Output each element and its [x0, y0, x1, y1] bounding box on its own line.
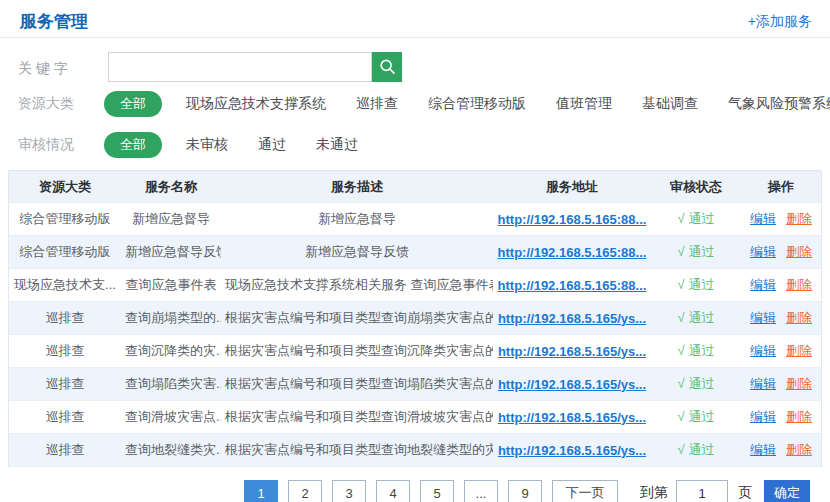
status-check-icon: √: [678, 310, 685, 325]
edit-button[interactable]: 编辑: [750, 309, 776, 327]
category-option-patrol[interactable]: 巡排查: [356, 95, 398, 113]
search-button[interactable]: [372, 52, 402, 82]
service-url-link[interactable]: http://192.168.5.165/ys...: [498, 410, 646, 425]
cell-desc: 根据灾害点编号和项目类型查询地裂缝类型的灾害...: [221, 441, 493, 459]
audit-option-unreviewed[interactable]: 未审核: [186, 136, 228, 154]
edit-button[interactable]: 编辑: [750, 243, 776, 261]
next-page-button[interactable]: 下一页: [552, 480, 618, 502]
table-row: 综合管理移动版 新增应急督导 新增应急督导 http://192.168.5.1…: [9, 203, 821, 236]
cell-category: 巡排查: [9, 441, 121, 459]
cell-desc: 根据灾害点编号和项目类型查询沉降类灾害点的详...: [221, 342, 493, 360]
audit-option-all[interactable]: 全部: [104, 132, 162, 158]
edit-button[interactable]: 编辑: [750, 408, 776, 426]
status-badge: 通过: [688, 409, 714, 424]
category-option-all[interactable]: 全部: [104, 91, 162, 117]
table-row: 巡排查 查询滑坡灾害点... 根据灾害点编号和项目类型查询滑坡坡灾害点的详...…: [9, 401, 821, 434]
delete-button[interactable]: 删除: [786, 243, 812, 261]
edit-button[interactable]: 编辑: [750, 375, 776, 393]
cell-name: 查询崩塌类型的...: [121, 309, 221, 327]
add-service-button[interactable]: +添加服务: [748, 13, 812, 31]
delete-button[interactable]: 删除: [786, 342, 812, 360]
cell-desc: 根据灾害点编号和项目类型查询塌陷类灾害点的详...: [221, 375, 493, 393]
search-input[interactable]: [108, 52, 372, 82]
category-option-duty-mgmt[interactable]: 值班管理: [556, 95, 612, 113]
cell-category: 巡排查: [9, 342, 121, 360]
edit-button[interactable]: 编辑: [750, 342, 776, 360]
cell-desc: 根据灾害点编号和项目类型查询崩塌类灾害点的详...: [221, 309, 493, 327]
table-row: 综合管理移动版 新增应急督导反馈 新增应急督导反馈 http://192.168…: [9, 236, 821, 269]
cell-category: 巡排查: [9, 309, 121, 327]
table-row: 巡排查 查询沉降类的灾... 根据灾害点编号和项目类型查询沉降类灾害点的详...…: [9, 335, 821, 368]
page-button-9[interactable]: 9: [508, 480, 542, 502]
cell-name: 查询应急事件表: [121, 276, 221, 294]
delete-button[interactable]: 删除: [786, 210, 812, 228]
col-header-ops: 操作: [741, 178, 821, 196]
page-title: 服务管理: [20, 10, 88, 33]
page-button-3[interactable]: 3: [332, 480, 366, 502]
cell-desc: 新增应急督导: [221, 210, 493, 228]
service-url-link[interactable]: http://192.168.5.165/ys...: [498, 377, 646, 392]
service-url-link[interactable]: http://192.168.5.165:88...: [498, 278, 647, 293]
page-button-1[interactable]: 1: [244, 480, 278, 502]
edit-button[interactable]: 编辑: [750, 210, 776, 228]
cell-name: 新增应急督导反馈: [121, 243, 221, 261]
service-url-link[interactable]: http://192.168.5.165/ys...: [498, 311, 646, 326]
category-option-field-emergency[interactable]: 现场应急技术支撑系统: [186, 95, 326, 113]
table-header-row: 资源大类 服务名称 服务描述 服务地址 审核状态 操作: [9, 171, 821, 203]
cell-name: 查询滑坡灾害点...: [121, 408, 221, 426]
cell-category: 巡排查: [9, 408, 121, 426]
cell-name: 查询沉降类的灾...: [121, 342, 221, 360]
page-button-4[interactable]: 4: [376, 480, 410, 502]
service-management-page: 服务管理 +添加服务 关 键 字 资源大类 全部 现场应急技术支撑系统 巡排查 …: [0, 0, 830, 502]
goto-confirm-button[interactable]: 确定: [764, 480, 810, 502]
status-check-icon: √: [678, 343, 685, 358]
delete-button[interactable]: 删除: [786, 375, 812, 393]
category-option-mobile-mgmt[interactable]: 综合管理移动版: [428, 95, 526, 113]
service-url-link[interactable]: http://192.168.5.165/ys...: [498, 344, 646, 359]
service-table: 资源大类 服务名称 服务描述 服务地址 审核状态 操作 综合管理移动版 新增应急…: [8, 170, 822, 467]
status-check-icon: √: [678, 277, 685, 292]
status-check-icon: √: [678, 244, 685, 259]
cell-name: 新增应急督导: [121, 210, 221, 228]
status-badge: 通过: [688, 442, 714, 457]
cell-desc: 根据灾害点编号和项目类型查询滑坡坡灾害点的详...: [221, 408, 493, 426]
edit-button[interactable]: 编辑: [750, 441, 776, 459]
delete-button[interactable]: 删除: [786, 408, 812, 426]
delete-button[interactable]: 删除: [786, 276, 812, 294]
cell-desc: 新增应急督导反馈: [221, 243, 493, 261]
page-button-5[interactable]: 5: [420, 480, 454, 502]
delete-button[interactable]: 删除: [786, 441, 812, 459]
col-header-status: 审核状态: [651, 178, 741, 196]
edit-button[interactable]: 编辑: [750, 276, 776, 294]
search-icon: [377, 57, 397, 77]
cell-name: 查询地裂缝类灾...: [121, 441, 221, 459]
status-check-icon: √: [678, 409, 685, 424]
status-badge: 通过: [688, 211, 714, 226]
col-header-name: 服务名称: [121, 178, 221, 196]
col-header-category: 资源大类: [9, 178, 121, 196]
audit-option-failed[interactable]: 未通过: [316, 136, 358, 154]
status-check-icon: √: [678, 211, 685, 226]
table-row: 现场应急技术支... 查询应急事件表 现场应急技术支撑系统相关服务 查询应急事件…: [9, 269, 821, 302]
page-ellipsis[interactable]: ...: [464, 480, 498, 502]
audit-option-passed[interactable]: 通过: [258, 136, 286, 154]
cell-desc: 现场应急技术支撑系统相关服务 查询应急事件表: [221, 276, 493, 294]
service-url-link[interactable]: http://192.168.5.165/ys...: [498, 443, 646, 458]
goto-page-input[interactable]: [676, 480, 728, 502]
service-url-link[interactable]: http://192.168.5.165:88...: [498, 245, 647, 260]
keyword-label: 关 键 字: [18, 60, 68, 78]
delete-button[interactable]: 删除: [786, 309, 812, 327]
col-header-url: 服务地址: [493, 178, 651, 196]
status-check-icon: √: [678, 376, 685, 391]
category-option-weather-risk[interactable]: 气象风险预警系统: [728, 95, 830, 113]
status-check-icon: √: [678, 442, 685, 457]
table-row: 巡排查 查询崩塌类型的... 根据灾害点编号和项目类型查询崩塌类灾害点的详...…: [9, 302, 821, 335]
status-badge: 通过: [688, 310, 714, 325]
category-option-basic-survey[interactable]: 基础调查: [642, 95, 698, 113]
cell-category: 巡排查: [9, 375, 121, 393]
status-badge: 通过: [688, 244, 714, 259]
category-filter-label: 资源大类: [18, 95, 92, 113]
pagination: 1 2 3 4 5 ... 9 下一页 到第 页 确定: [244, 480, 810, 502]
page-button-2[interactable]: 2: [288, 480, 322, 502]
service-url-link[interactable]: http://192.168.5.165:88...: [498, 212, 647, 227]
